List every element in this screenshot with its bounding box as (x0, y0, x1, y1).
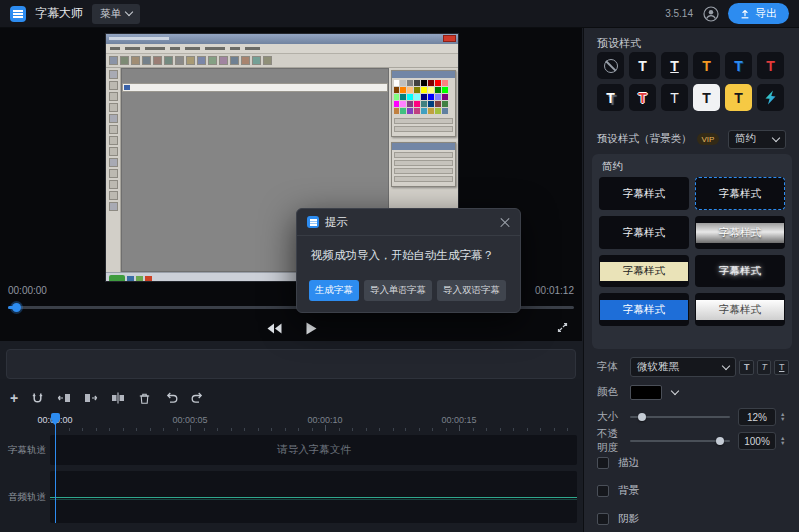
trim-right-button[interactable] (84, 392, 98, 404)
dialog-close-icon[interactable] (500, 217, 510, 227)
generate-subtitles-button[interactable]: 生成字幕 (309, 280, 359, 301)
ruler-label: 00:00:15 (441, 415, 476, 425)
preset-style-tile-t-black[interactable]: T (693, 84, 720, 111)
chevron-down-icon (125, 8, 133, 16)
export-button[interactable]: 导出 (728, 3, 789, 24)
size-slider-handle[interactable] (638, 413, 646, 421)
subtitle-placeholder: 请导入字幕文件 (50, 443, 577, 457)
ruler-label: 00:00:05 (172, 415, 207, 425)
brand-style-icon (762, 89, 779, 106)
size-stepper[interactable]: ▲▼ (780, 412, 785, 422)
ruler-tick (446, 428, 447, 431)
trim-left-button[interactable] (57, 392, 71, 404)
style-letter: T (702, 58, 711, 74)
preset-style-tile-t-white[interactable]: T (629, 52, 656, 79)
font-value: 微软雅黑 (637, 360, 679, 374)
preset-style-tile-t-thin[interactable]: T (661, 84, 688, 111)
ruler-tick (473, 428, 474, 431)
duration-label: 00:01:12 (535, 285, 574, 296)
subtitle-style-tile[interactable]: 字幕样式 (599, 255, 689, 287)
subtitle-style-tile[interactable]: 字幕样式 (695, 255, 785, 287)
subtitle-style-tile[interactable]: 字幕样式 (695, 293, 785, 326)
redo-button[interactable] (191, 392, 205, 404)
rewind-button[interactable] (267, 323, 282, 334)
subtitle-style-tile[interactable]: 字幕样式 (599, 177, 689, 210)
menu-button-label: 菜单 (100, 7, 121, 21)
subtitle-track-label: 字幕轨道 (8, 444, 46, 457)
preset-style-tile-t-red-outline[interactable]: T (629, 84, 656, 111)
opacity-value-box[interactable]: 100% (738, 432, 776, 450)
opacity-slider[interactable] (630, 435, 730, 447)
underline-icon[interactable]: T (774, 360, 789, 375)
size-slider[interactable] (630, 411, 730, 423)
subtitle-style-tile[interactable]: 字幕样式 (695, 216, 785, 249)
app-logo-icon (10, 6, 26, 22)
preset-style-tile-none[interactable] (597, 52, 624, 79)
font-select[interactable]: 微软雅黑 (630, 357, 736, 377)
delete-clip-button[interactable] (138, 392, 151, 405)
ruler-tick (190, 425, 191, 431)
style-letter: T (606, 90, 615, 106)
subtitle-style-tile[interactable]: 字幕样式 (599, 293, 689, 326)
ruler-tick (82, 428, 83, 431)
ruler-tick (244, 428, 245, 431)
stroke-checkbox[interactable] (597, 457, 609, 469)
preset-style-tile-t-red[interactable]: T (757, 52, 784, 79)
opacity-stepper[interactable]: ▲▼ (780, 436, 785, 446)
preset-style-tile-t-shadow[interactable]: T (597, 84, 624, 111)
vip-badge: VIP (697, 133, 720, 145)
import-dual-subtitle-button[interactable]: 导入双语字幕 (437, 280, 506, 301)
style-category-dropdown[interactable]: 简约 (728, 130, 786, 149)
seek-handle[interactable] (12, 303, 21, 312)
export-icon (740, 9, 750, 19)
undo-button[interactable] (164, 392, 178, 404)
stepper-down-icon[interactable]: ▼ (780, 441, 785, 446)
audio-track[interactable] (50, 471, 577, 523)
ruler-tick (419, 428, 420, 431)
italic-icon[interactable]: T (757, 360, 772, 375)
subtitle-edit-area (6, 349, 576, 379)
split-button[interactable] (111, 392, 125, 404)
ruler-tick (109, 428, 110, 431)
playhead-handle[interactable] (51, 413, 60, 421)
add-subtitle-button[interactable]: + (10, 392, 18, 404)
subtitle-style-tile-selected[interactable]: 字幕样式 (695, 177, 785, 210)
plus-icon: + (10, 392, 18, 404)
audio-waveform-line (50, 497, 577, 498)
ruler-tick (513, 428, 514, 431)
menu-button[interactable]: 菜单 (92, 4, 140, 24)
bold-icon[interactable]: T (739, 360, 754, 375)
export-button-label: 导出 (755, 6, 777, 21)
snap-button[interactable] (31, 392, 44, 405)
background-option-row: 背景 (597, 483, 639, 499)
subtitle-style-tile[interactable]: 字幕样式 (599, 216, 689, 249)
playhead[interactable] (55, 415, 56, 523)
ruler-tick (285, 428, 286, 431)
size-label: 大小 (597, 410, 628, 424)
trash-icon (138, 392, 151, 405)
preset-style-tile-t-orange[interactable]: T (693, 52, 720, 79)
fullscreen-button[interactable] (556, 321, 569, 334)
dialog-title: 提示 (325, 215, 348, 230)
play-button[interactable] (306, 322, 317, 335)
color-swatch-dropdown[interactable] (630, 385, 678, 400)
time-ruler[interactable]: 00:00:0000:00:0500:00:1000:00:15 (0, 415, 582, 431)
dialog-buttons: 生成字幕 导入单语字幕 导入双语字幕 (309, 280, 506, 301)
preset-style-tile-t-black[interactable]: T (725, 84, 752, 111)
preset-style-tile-logo[interactable] (757, 84, 784, 111)
ruler-tick (554, 428, 555, 431)
import-mono-subtitle-button[interactable]: 导入单语字幕 (364, 280, 432, 301)
size-value-box[interactable]: 12% (738, 408, 776, 426)
ruler-tick (379, 428, 380, 431)
preset-style-tile-t-underline[interactable]: T (661, 52, 688, 79)
dialog-header: 提示 (297, 209, 520, 236)
opacity-slider-handle[interactable] (716, 437, 724, 445)
preset-style-tile-t-blue[interactable]: T (725, 52, 752, 79)
background-checkbox[interactable] (597, 485, 609, 497)
dialog-message: 视频成功导入，开始自动生成字幕？ (297, 236, 520, 263)
subtitle-track[interactable]: 请导入字幕文件 (50, 435, 577, 465)
shadow-checkbox[interactable] (597, 513, 609, 525)
stepper-down-icon[interactable]: ▼ (780, 417, 785, 422)
no-style-icon (604, 59, 618, 73)
user-avatar-icon[interactable] (702, 5, 719, 22)
